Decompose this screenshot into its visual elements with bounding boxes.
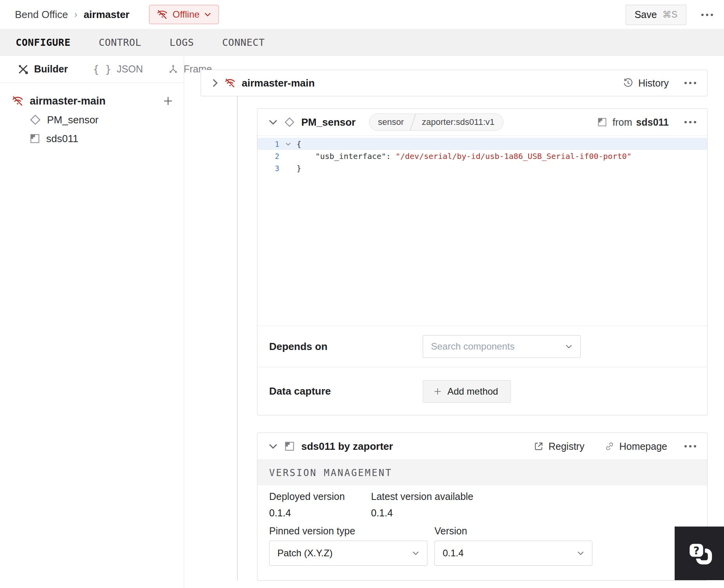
version-select[interactable]: 0.1.4 [434, 541, 592, 566]
attributes-code-editor[interactable]: 1 { 2 "usb_interface": "/dev/serial/by-i… [257, 135, 707, 326]
plus-icon [433, 387, 442, 396]
line-number: 2 [257, 152, 279, 161]
data-capture-row: Data capture Add method [257, 367, 707, 415]
chevron-down-icon [412, 551, 419, 556]
link-icon [605, 442, 614, 451]
add-method-button[interactable]: Add method [423, 380, 511, 403]
version-management-section-header: VERSION MANAGEMENT [257, 460, 707, 485]
homepage-label: Homepage [619, 441, 667, 452]
add-component-button[interactable] [163, 96, 174, 109]
wifi-off-icon [224, 78, 235, 88]
pinned-version-type-select[interactable]: Patch (X.Y.Z) [269, 541, 427, 566]
component-card-title: PM_sensor [301, 116, 356, 128]
latest-version-label: Latest version available [371, 491, 473, 502]
breadcrumb-org[interactable]: Bend Office [15, 9, 68, 21]
module-card-menu[interactable] [684, 445, 696, 447]
from-prefix: from [613, 117, 632, 128]
code-line-2[interactable]: 2 "usb_interface": "/dev/serial/by-id/us… [257, 150, 707, 162]
tree-item-pm-sensor[interactable]: PM_sensor [0, 110, 184, 129]
breadcrumb: Bend Office › airmaster [15, 9, 129, 21]
top-header: Bend Office › airmaster Offline Save ⌘S [0, 0, 724, 29]
depends-on-label: Depends on [269, 341, 328, 353]
pinned-version-type-value: Patch (X.Y.Z) [277, 548, 333, 559]
code-json-string-value: "/dev/serial/by-id/usb-1a86_USB_Serial-i… [396, 152, 632, 161]
code-text: { [297, 139, 301, 149]
section-title: VERSION MANAGEMENT [269, 467, 392, 478]
type-badge: sensor [369, 114, 413, 130]
wifi-off-icon [12, 95, 24, 107]
status-label: Offline [172, 9, 199, 20]
homepage-link[interactable]: Homepage [605, 441, 667, 452]
chevron-down-icon [577, 551, 584, 556]
mode-json-label: JSON [117, 63, 143, 75]
nesting-guide-line [237, 96, 238, 581]
module-icon [284, 441, 295, 452]
from-module-link[interactable]: from sds011 [597, 117, 669, 128]
chevron-down-icon[interactable] [268, 443, 278, 449]
component-diamond-icon [284, 117, 295, 128]
pinned-version-type-label: Pinned version type [269, 525, 355, 537]
mode-builder[interactable]: Builder [18, 63, 68, 75]
from-module-name: sds011 [636, 117, 669, 128]
module-card-title: sds011 by zaporter [301, 440, 393, 453]
save-button[interactable]: Save ⌘S [626, 5, 686, 25]
history-clock-icon [623, 78, 633, 88]
tree-item-label: sds011 [46, 133, 78, 145]
code-text: } [297, 164, 301, 173]
braces-icon: { } [93, 63, 111, 75]
module-icon [597, 117, 607, 127]
chevron-down-icon[interactable] [268, 119, 278, 125]
history-button[interactable]: History [623, 78, 669, 89]
tree-item-airmaster-main[interactable]: airmaster-main [0, 92, 184, 110]
config-sidebar: Builder { } JSON Frame [0, 56, 184, 588]
component-card-pm-sensor: PM_sensor sensor zaporter:sds011:v1 from… [257, 108, 708, 415]
component-diamond-icon [29, 114, 41, 126]
machine-status-dropdown[interactable]: Offline [149, 5, 219, 24]
depends-on-select[interactable]: Search components [423, 335, 581, 358]
depends-on-row: Depends on Search components [257, 326, 707, 367]
depends-on-placeholder: Search components [431, 341, 514, 352]
machine-card: airmaster-main History [201, 70, 708, 96]
code-fold-icon[interactable] [279, 142, 297, 146]
tab-configure[interactable]: CONFIGURE [16, 37, 71, 48]
tab-logs[interactable]: LOGS [170, 37, 194, 48]
chevron-right-icon[interactable] [212, 78, 218, 88]
version-value: 0.1.4 [443, 548, 463, 559]
frame-axes-icon [168, 64, 178, 74]
header-overflow-menu[interactable] [701, 14, 713, 16]
code-line-3[interactable]: 3 } [257, 162, 707, 174]
version-management-content: Deployed version Latest version availabl… [257, 485, 707, 580]
breadcrumb-separator-icon: › [74, 9, 77, 20]
tab-connect[interactable]: CONNECT [222, 37, 265, 48]
machine-card-title: airmaster-main [242, 77, 315, 89]
svg-text:?: ? [693, 544, 700, 556]
model-badge: zaporter:sds011:v1 [413, 114, 503, 130]
external-link-icon [534, 442, 543, 451]
main-tab-bar: CONFIGURE CONTROL LOGS CONNECT [0, 30, 724, 56]
module-card-sds011: sds011 by zaporter Registry Homepage [257, 433, 708, 581]
data-capture-label: Data capture [269, 385, 331, 397]
registry-link[interactable]: Registry [534, 441, 585, 452]
mode-json[interactable]: { } JSON [93, 63, 143, 75]
tab-control[interactable]: CONTROL [99, 37, 141, 48]
version-label: Version [434, 525, 467, 537]
code-line-1[interactable]: 1 { [257, 138, 707, 150]
deployed-version-value: 0.1.4 [269, 507, 291, 519]
chevron-down-icon [565, 344, 572, 349]
save-label: Save [635, 9, 657, 20]
chevron-down-icon [204, 12, 211, 17]
breadcrumb-machine: airmaster [83, 9, 129, 21]
deployed-version-label: Deployed version [269, 491, 345, 502]
component-card-menu[interactable] [684, 121, 696, 123]
latest-version-value: 0.1.4 [371, 507, 393, 519]
wifi-off-icon [157, 9, 168, 20]
help-button[interactable]: ? [675, 527, 724, 580]
add-method-label: Add method [447, 386, 498, 397]
history-label: History [638, 78, 669, 89]
machine-card-menu[interactable] [684, 82, 696, 84]
tree-item-sds011[interactable]: sds011 [0, 129, 184, 148]
component-type-model-badge: sensor zaporter:sds011:v1 [369, 114, 504, 131]
resource-tree: airmaster-main PM_sensor sds [0, 83, 184, 148]
sidebar-mode-switcher: Builder { } JSON Frame [0, 56, 184, 83]
save-shortcut: ⌘S [662, 9, 677, 20]
